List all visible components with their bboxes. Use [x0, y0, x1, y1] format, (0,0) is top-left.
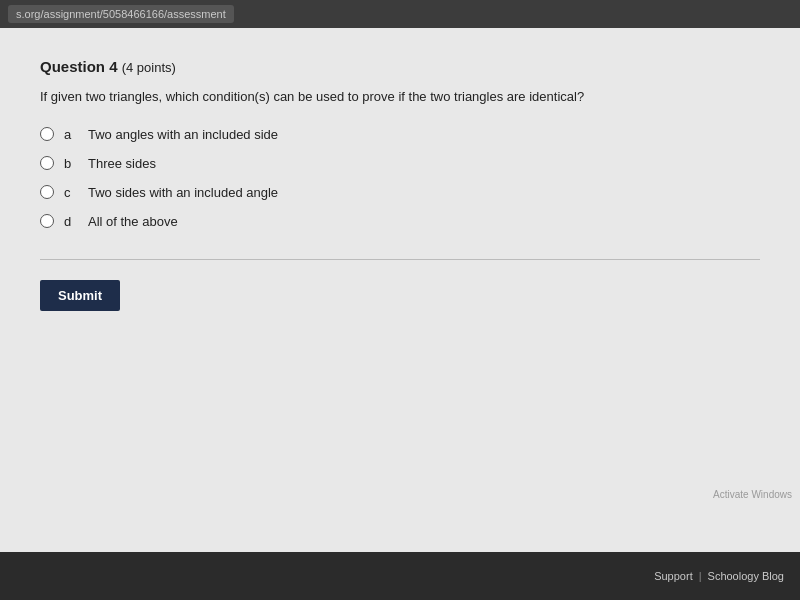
- option-text-d: All of the above: [88, 214, 178, 229]
- option-d[interactable]: d All of the above: [40, 214, 760, 229]
- radio-d[interactable]: [40, 214, 54, 228]
- option-b[interactable]: b Three sides: [40, 156, 760, 171]
- question-text: If given two triangles, which condition(…: [40, 87, 760, 107]
- radio-b[interactable]: [40, 156, 54, 170]
- radio-a[interactable]: [40, 127, 54, 141]
- option-letter-b: b: [64, 156, 74, 171]
- option-letter-a: a: [64, 127, 74, 142]
- footer-support[interactable]: Support: [654, 570, 693, 582]
- footer: Support | Schoology Blog: [0, 552, 800, 600]
- option-text-b: Three sides: [88, 156, 156, 171]
- option-letter-d: d: [64, 214, 74, 229]
- footer-links: Support | Schoology Blog: [654, 570, 784, 582]
- question-header: Question 4 (4 points): [40, 58, 760, 75]
- footer-blog[interactable]: Schoology Blog: [708, 570, 784, 582]
- footer-separator: |: [699, 570, 702, 582]
- option-c[interactable]: c Two sides with an included angle: [40, 185, 760, 200]
- question-label: Question 4: [40, 58, 118, 75]
- browser-bar: s.org/assignment/5058466166/assessment: [0, 0, 800, 28]
- option-letter-c: c: [64, 185, 74, 200]
- submit-button[interactable]: Submit: [40, 280, 120, 311]
- option-a[interactable]: a Two angles with an included side: [40, 127, 760, 142]
- question-points: (4 points): [122, 60, 176, 75]
- option-text-c: Two sides with an included angle: [88, 185, 278, 200]
- main-content: Question 4 (4 points) If given two trian…: [0, 28, 800, 552]
- radio-c[interactable]: [40, 185, 54, 199]
- activate-windows-text: Activate Windows: [713, 489, 792, 500]
- option-text-a: Two angles with an included side: [88, 127, 278, 142]
- url-bar: s.org/assignment/5058466166/assessment: [8, 5, 234, 23]
- options-list: a Two angles with an included side b Thr…: [40, 127, 760, 229]
- divider: [40, 259, 760, 260]
